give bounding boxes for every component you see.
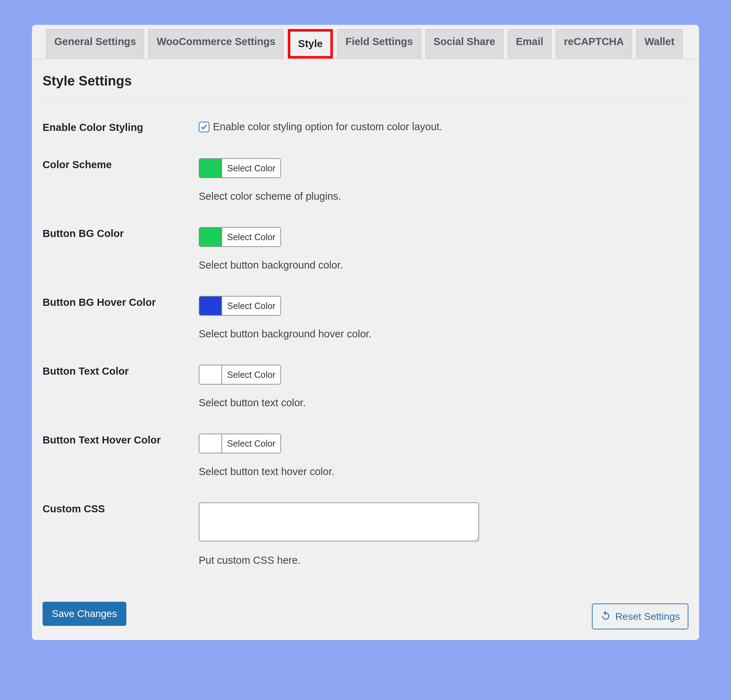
- button-bg-select-button[interactable]: Select Color: [222, 228, 280, 246]
- label-enable-styling: Enable Color Styling: [43, 121, 199, 134]
- divider: [43, 99, 688, 100]
- reset-settings-button[interactable]: Reset Settings: [592, 603, 688, 630]
- color-scheme-desc: Select color scheme of plugins.: [199, 191, 688, 202]
- tab-recaptcha[interactable]: reCAPTCHA: [556, 29, 632, 59]
- row-button-text-hover: Button Text Hover Color Select Color Sel…: [43, 434, 688, 478]
- custom-css-textarea[interactable]: [199, 502, 479, 542]
- color-scheme-swatch: [200, 159, 222, 178]
- label-button-bg-hover: Button BG Hover Color: [43, 296, 199, 308]
- button-text-picker[interactable]: Select Color: [199, 365, 281, 384]
- color-scheme-select-button[interactable]: Select Color: [222, 159, 280, 178]
- label-button-text: Button Text Color: [43, 365, 199, 377]
- tab-wallet[interactable]: Wallet: [636, 29, 683, 59]
- button-bg-hover-select-button[interactable]: Select Color: [222, 296, 280, 315]
- button-bg-desc: Select button background color.: [199, 259, 688, 271]
- button-text-desc: Select button text color.: [199, 397, 688, 409]
- undo-icon: [600, 610, 611, 623]
- tab-style[interactable]: Style: [288, 29, 333, 59]
- save-button[interactable]: Save Changes: [43, 602, 126, 626]
- tab-email[interactable]: Email: [508, 29, 552, 59]
- row-button-bg: Button BG Color Select Color Select butt…: [43, 227, 688, 271]
- button-bg-picker[interactable]: Select Color: [199, 227, 281, 247]
- tab-content: Style Settings Enable Color Styling Enab…: [32, 59, 699, 602]
- row-enable-styling: Enable Color Styling Enable color stylin…: [43, 121, 688, 134]
- settings-panel: General Settings WooCommerce Settings St…: [32, 25, 699, 640]
- button-text-hover-desc: Select button text hover color.: [199, 466, 688, 478]
- reset-settings-label: Reset Settings: [615, 611, 680, 622]
- row-button-bg-hover: Button BG Hover Color Select Color Selec…: [43, 296, 688, 340]
- label-button-bg: Button BG Color: [43, 227, 199, 239]
- custom-css-desc: Put custom CSS here.: [199, 555, 688, 566]
- enable-styling-text: Enable color styling option for custom c…: [213, 121, 442, 133]
- button-bg-hover-picker[interactable]: Select Color: [199, 296, 281, 316]
- page-title: Style Settings: [43, 73, 688, 89]
- button-text-select-button[interactable]: Select Color: [222, 365, 280, 384]
- button-bg-swatch: [200, 228, 222, 246]
- button-text-hover-swatch: [200, 434, 222, 453]
- button-text-hover-picker[interactable]: Select Color: [199, 434, 281, 453]
- tab-general-settings[interactable]: General Settings: [46, 29, 144, 59]
- tab-social-share[interactable]: Social Share: [426, 29, 503, 59]
- tab-field-settings[interactable]: Field Settings: [337, 29, 421, 59]
- enable-styling-checkbox[interactable]: [199, 122, 209, 132]
- label-color-scheme: Color Scheme: [43, 158, 199, 171]
- label-button-text-hover: Button Text Hover Color: [43, 434, 199, 446]
- tab-woocommerce-settings[interactable]: WooCommerce Settings: [148, 29, 283, 59]
- button-text-swatch: [200, 365, 222, 384]
- row-button-text: Button Text Color Select Color Select bu…: [43, 365, 688, 409]
- color-scheme-picker[interactable]: Select Color: [199, 158, 281, 178]
- tab-bar: General Settings WooCommerce Settings St…: [32, 25, 699, 59]
- row-color-scheme: Color Scheme Select Color Select color s…: [43, 158, 688, 202]
- button-bg-hover-desc: Select button background hover color.: [199, 328, 688, 340]
- button-text-hover-select-button[interactable]: Select Color: [222, 434, 280, 453]
- label-custom-css: Custom CSS: [43, 502, 199, 515]
- button-bg-hover-swatch: [200, 296, 222, 315]
- row-custom-css: Custom CSS Put custom CSS here.: [43, 502, 688, 566]
